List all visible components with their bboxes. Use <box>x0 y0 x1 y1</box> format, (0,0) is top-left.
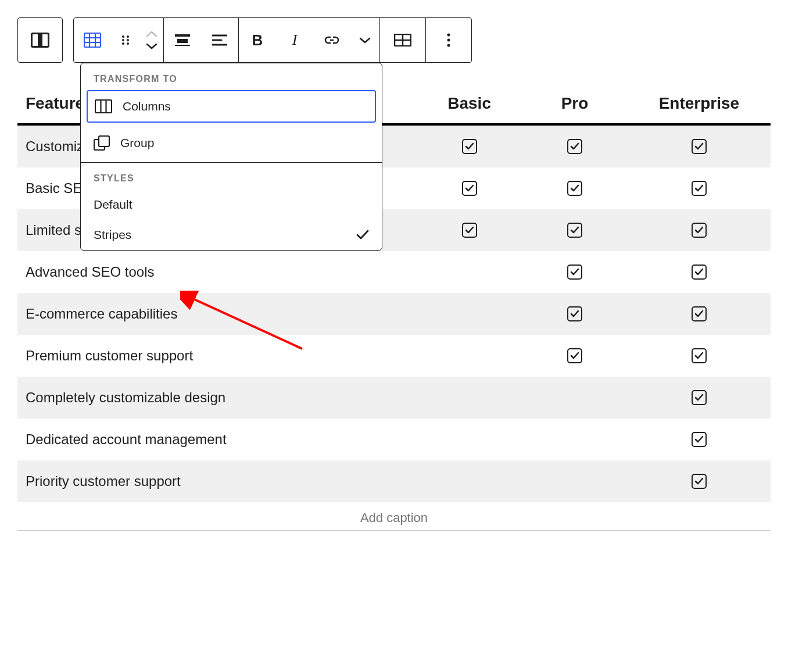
cell-empty[interactable] <box>522 419 627 460</box>
svg-rect-13 <box>175 34 190 37</box>
cell-check[interactable] <box>522 293 627 335</box>
italic-icon: I <box>292 31 298 49</box>
svg-point-8 <box>127 35 129 38</box>
columns-icon <box>95 99 112 113</box>
table-row: Advanced SEO tools <box>17 251 771 293</box>
table-row: Premium customer support <box>17 335 771 377</box>
checkbox-checked-icon <box>567 306 582 321</box>
styles-header: Styles <box>81 163 382 190</box>
svg-point-12 <box>127 42 129 45</box>
chevron-down-icon <box>359 37 371 44</box>
cell-empty[interactable] <box>417 419 522 460</box>
cell-empty[interactable] <box>417 377 522 419</box>
cell-empty[interactable] <box>522 460 627 502</box>
cell-check[interactable] <box>628 419 771 460</box>
svg-point-9 <box>122 39 124 41</box>
cell-empty[interactable] <box>417 335 522 377</box>
col-header-pro[interactable]: Pro <box>522 84 627 124</box>
drag-handle[interactable] <box>111 18 140 62</box>
cell-check[interactable] <box>522 209 627 251</box>
move-down-button[interactable] <box>146 40 157 52</box>
table-row: Completely customizable design <box>17 377 771 419</box>
chevron-up-icon <box>146 31 157 38</box>
col-header-enterprise[interactable]: Enterprise <box>628 84 771 124</box>
cell-feature[interactable]: E-commerce capabilities <box>17 293 417 335</box>
table-block[interactable]: Features Basic Pro Enterprise Customizab… <box>17 84 771 531</box>
link-icon <box>324 35 340 45</box>
svg-point-7 <box>122 35 124 38</box>
checkbox-checked-icon <box>692 223 707 238</box>
chevron-down-icon <box>146 42 157 49</box>
cell-check[interactable] <box>628 124 771 167</box>
columns-parent-icon <box>31 33 49 48</box>
move-up-button[interactable] <box>146 28 157 40</box>
link-button[interactable] <box>313 18 350 62</box>
edit-table-icon <box>394 34 411 47</box>
style-option-default[interactable]: Default <box>81 190 382 220</box>
style-option-label: Stripes <box>94 228 356 242</box>
cell-check[interactable] <box>628 377 771 419</box>
text-align-left-icon <box>212 34 227 46</box>
checkbox-checked-icon <box>462 139 477 154</box>
table-row: Priority customer support <box>17 460 771 502</box>
cell-check[interactable] <box>628 209 771 251</box>
cell-check[interactable] <box>628 293 771 335</box>
cell-empty[interactable] <box>417 293 522 335</box>
checkbox-checked-icon <box>567 348 582 363</box>
edit-table-button[interactable] <box>380 18 425 62</box>
cell-feature[interactable]: Completely customizable design <box>17 377 417 419</box>
cell-check[interactable] <box>628 167 771 209</box>
cell-check[interactable] <box>628 335 771 377</box>
cell-feature[interactable]: Dedicated account management <box>17 419 417 460</box>
checkbox-checked-icon <box>692 348 707 363</box>
transform-option-label: Group <box>120 136 369 150</box>
cell-check[interactable] <box>417 167 522 209</box>
align-button[interactable] <box>164 18 201 62</box>
italic-button[interactable]: I <box>276 18 313 62</box>
checkbox-checked-icon <box>692 139 707 154</box>
svg-rect-1 <box>38 34 42 47</box>
checkbox-checked-icon <box>567 181 582 196</box>
col-header-basic[interactable]: Basic <box>417 84 522 124</box>
transform-option-columns[interactable]: Columns <box>87 90 376 123</box>
svg-point-23 <box>447 39 450 42</box>
transform-option-label: Columns <box>123 99 368 113</box>
cell-check[interactable] <box>628 460 771 502</box>
select-parent-button[interactable] <box>18 18 62 62</box>
table-caption[interactable]: Add caption <box>17 502 771 531</box>
svg-rect-25 <box>95 100 112 113</box>
cell-empty[interactable] <box>417 251 522 293</box>
checkbox-checked-icon <box>567 264 582 280</box>
group-icon <box>94 135 110 151</box>
bold-icon: B <box>252 31 263 49</box>
cell-empty[interactable] <box>417 460 522 502</box>
cell-check[interactable] <box>522 251 627 293</box>
cell-feature[interactable]: Advanced SEO tools <box>17 251 417 293</box>
text-align-button[interactable] <box>201 18 238 62</box>
checkbox-checked-icon <box>567 139 582 154</box>
svg-point-22 <box>447 34 450 37</box>
checkbox-checked-icon <box>692 306 707 321</box>
cell-check[interactable] <box>628 251 771 293</box>
style-option-stripes[interactable]: Stripes <box>81 220 382 250</box>
more-vertical-icon <box>446 33 451 48</box>
cell-empty[interactable] <box>522 377 627 419</box>
more-rich-text-button[interactable] <box>350 18 379 62</box>
cell-check[interactable] <box>522 167 627 209</box>
style-option-label: Default <box>94 198 369 212</box>
cell-feature[interactable]: Premium customer support <box>17 335 417 377</box>
transform-option-group[interactable]: Group <box>81 126 382 160</box>
cell-check[interactable] <box>522 124 627 167</box>
options-button[interactable] <box>426 18 471 62</box>
cell-feature[interactable]: Priority customer support <box>17 460 417 502</box>
cell-check[interactable] <box>417 209 522 251</box>
cell-check[interactable] <box>522 335 627 377</box>
checkbox-checked-icon <box>692 432 707 447</box>
svg-point-24 <box>447 44 450 47</box>
cell-check[interactable] <box>417 124 522 167</box>
align-none-icon <box>175 34 190 46</box>
svg-rect-14 <box>177 39 188 43</box>
toolbar-group-main: B I <box>73 17 472 63</box>
bold-button[interactable]: B <box>239 18 276 62</box>
block-type-button[interactable] <box>74 18 111 62</box>
